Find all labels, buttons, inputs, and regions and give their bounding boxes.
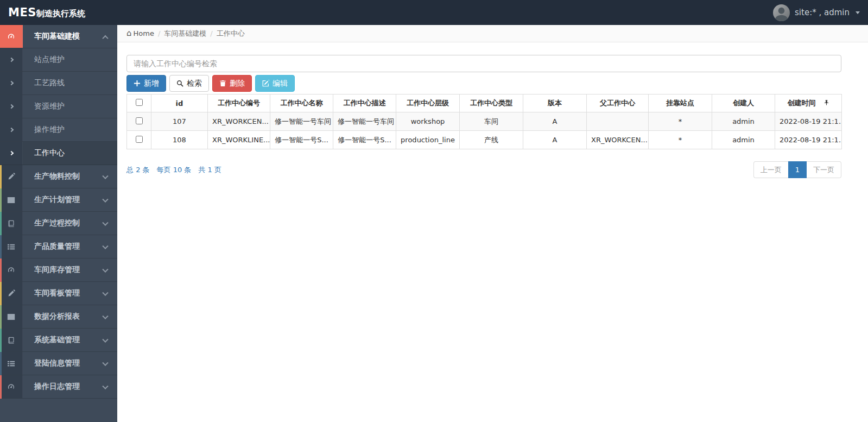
cell-parent: XR_WORKCEN... (587, 131, 649, 149)
row-checkbox[interactable] (136, 117, 143, 124)
cell-station: * (649, 131, 712, 149)
edit-button[interactable]: 编辑 (255, 75, 295, 92)
cell-id: 108 (151, 131, 208, 149)
sidebar-item-label: 工艺路线 (23, 78, 117, 88)
col-header-type: 工作中心类型 (460, 95, 523, 112)
breadcrumb: ⌂ Home / 车间基础建模 / 工作中心 (117, 25, 868, 42)
chevron-down-icon (103, 218, 107, 229)
sidebar-item-kanban-management[interactable]: 车间看板管理 (0, 282, 117, 305)
pagination-summary: 总 2 条 每页 10 条 共 1 页 (126, 165, 221, 175)
sidebar-item-label: 生产过程控制 (23, 218, 103, 228)
chevron-up-icon (103, 32, 107, 42)
cell-station: * (649, 112, 712, 131)
chevron-right-icon (0, 72, 23, 95)
sidebar-item-workshop-modeling[interactable]: 车间基础建模 (0, 25, 117, 48)
chevron-down-icon (103, 312, 107, 322)
col-header-station: 挂靠站点 (649, 95, 712, 112)
sidebar-item-inventory-management[interactable]: 车间库存管理 (0, 259, 117, 282)
table-row[interactable]: 108 XR_WORKLINE... 修一智能一号S... 修一智能一号S...… (127, 131, 842, 149)
col-header-created: 创建时间 (775, 95, 842, 112)
breadcrumb-separator: / (158, 29, 160, 37)
breadcrumb-home-link[interactable]: ⌂ Home (126, 29, 154, 37)
pencil-icon (0, 165, 23, 188)
select-all-checkbox[interactable] (136, 99, 143, 106)
col-header-id: id (151, 95, 208, 112)
work-center-table: id 工作中心编号 工作中心名称 工作中心描述 工作中心层级 工作中心类型 版本… (126, 94, 842, 149)
sidebar-item-label: 操作日志管理 (23, 382, 103, 392)
add-button[interactable]: 新增 (126, 75, 166, 92)
search-button[interactable]: 检索 (169, 75, 209, 92)
chevron-right-icon (0, 95, 23, 118)
trash-icon (219, 80, 226, 87)
table-header-row: id 工作中心编号 工作中心名称 工作中心描述 工作中心层级 工作中心类型 版本… (127, 95, 842, 112)
top-navbar: MES制造执行系统 site:* , admin (0, 0, 868, 25)
table-row[interactable]: 107 XR_WORKCEN... 修一智能一号车间 修一智能一号车间 work… (127, 112, 842, 131)
sidebar-item-operation-log[interactable]: 操作日志管理 (0, 375, 117, 399)
chevron-down-icon (103, 358, 107, 369)
cell-creator: admin (712, 112, 775, 131)
sidebar-item-material-control[interactable]: 生产物料控制 (0, 165, 117, 188)
cell-level: production_line (396, 131, 460, 149)
main-content: ⌂ Home / 车间基础建模 / 工作中心 新增 检索 删除 编辑 (117, 25, 868, 178)
list-icon (0, 352, 23, 375)
cell-created: 2022-08-19 21:1... (775, 112, 842, 131)
sidebar-item-process-control[interactable]: 生产过程控制 (0, 212, 117, 235)
total-count: 总 2 条 (126, 165, 150, 175)
select-all-cell (127, 95, 151, 112)
pencil-icon (0, 282, 23, 305)
gauge-icon (0, 259, 23, 281)
sidebar-item-quality-management[interactable]: 产品质量管理 (0, 235, 117, 259)
gauge-icon (0, 375, 23, 398)
sidebar-item-resource-maintenance[interactable]: 资源维护 (0, 95, 117, 118)
sidebar-item-label: 数据分析报表 (23, 312, 103, 322)
user-menu[interactable]: site:* , admin (773, 4, 860, 21)
list-icon (0, 235, 23, 258)
accent-strip (0, 235, 2, 259)
sidebar-item-label: 操作维护 (23, 125, 117, 135)
breadcrumb-section[interactable]: 车间基础建模 (164, 29, 206, 39)
col-header-name: 工作中心名称 (270, 95, 333, 112)
home-icon: ⌂ (126, 29, 132, 37)
breadcrumb-separator: / (210, 29, 212, 37)
search-icon (176, 80, 183, 87)
sidebar-item-operation-maintenance[interactable]: 操作维护 (0, 118, 117, 142)
sidebar-item-data-report[interactable]: 数据分析报表 (0, 305, 117, 329)
current-page-button[interactable]: 1 (788, 161, 807, 178)
row-select-cell (127, 131, 151, 149)
accent-strip (0, 329, 2, 352)
sidebar-item-login-info[interactable]: 登陆信息管理 (0, 352, 117, 375)
prev-page-button[interactable]: 上一页 (753, 161, 788, 178)
pin-icon[interactable] (823, 99, 829, 106)
edit-icon (262, 80, 269, 87)
sidebar-item-label: 系统基础管理 (23, 335, 103, 345)
chevron-right-icon (0, 118, 23, 141)
chevron-down-icon (103, 382, 107, 392)
next-page-button[interactable]: 下一页 (807, 161, 841, 178)
cell-version: A (523, 112, 587, 131)
toolbar: 新增 检索 删除 编辑 (126, 75, 859, 92)
accent-strip (0, 188, 2, 212)
sidebar-item-label: 工作中心 (23, 148, 117, 158)
cell-name: 修一智能一号S... (270, 131, 333, 149)
sidebar-item-system-management[interactable]: 系统基础管理 (0, 329, 117, 352)
accent-strip (0, 375, 2, 399)
col-header-level: 工作中心层级 (396, 95, 460, 112)
delete-button[interactable]: 删除 (212, 75, 252, 92)
cell-desc: 修一智能一号S... (333, 131, 396, 149)
row-checkbox[interactable] (136, 136, 143, 143)
sidebar-item-work-center[interactable]: 工作中心 (0, 142, 117, 165)
search-input[interactable] (126, 55, 841, 72)
cell-creator: admin (712, 131, 775, 149)
chevron-down-icon (103, 335, 107, 345)
breadcrumb-page: 工作中心 (217, 29, 245, 39)
sidebar-item-plan-management[interactable]: 生产计划管理 (0, 188, 117, 212)
accent-strip (0, 305, 2, 329)
accent-strip (0, 165, 2, 188)
chevron-down-icon (103, 288, 107, 299)
sidebar: 车间基础建模 站点维护 工艺路线 资源维护 操作维护 工作中心 生产物料控制 生… (0, 25, 117, 422)
cell-type: 产线 (460, 131, 523, 149)
sidebar-item-process-route[interactable]: 工艺路线 (0, 72, 117, 95)
cell-id: 107 (151, 112, 208, 131)
sidebar-item-station-maintenance[interactable]: 站点维护 (0, 48, 117, 72)
cell-level: workshop (396, 112, 460, 131)
